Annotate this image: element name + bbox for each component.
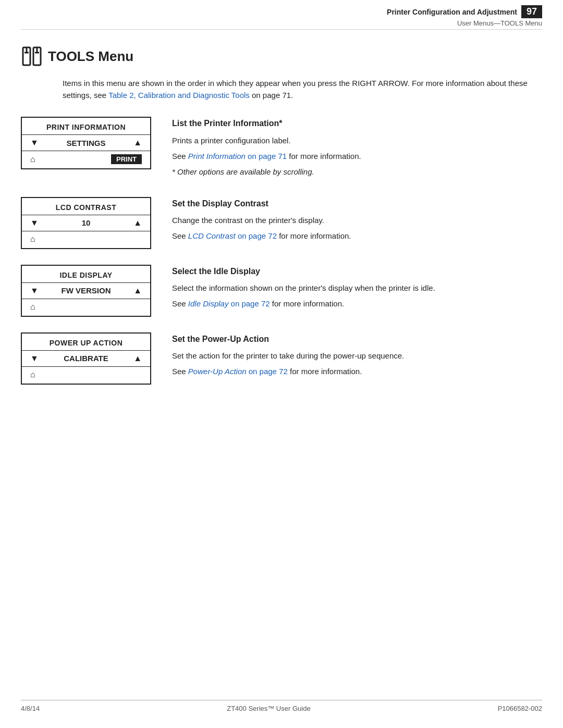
home-icon-idle-display[interactable]: ⌂	[30, 302, 35, 312]
lcd-value-idle-display: FW VERSION	[39, 286, 133, 295]
intro-link1[interactable]: Table 2, Calibration and Diagnostic Tool…	[108, 91, 250, 100]
desc-power-up-action: Set the Power-Up Action Set the action f…	[172, 332, 542, 381]
arrow-down-power-up-action[interactable]: ▼	[30, 354, 39, 363]
page-number: 97	[521, 5, 542, 18]
lcd-title-lcd-contrast: LCD CONTRAST	[22, 198, 150, 215]
desc-line2-print-information: See Print Information on page 71 for mor…	[172, 150, 542, 163]
desc-idle-display: Select the Idle Display Select the infor…	[172, 265, 542, 314]
tools-icon	[21, 45, 43, 67]
desc-heading-lcd-contrast: Set the Display Contrast	[172, 197, 542, 211]
section-print-information: PRINT INFORMATION ▼ SETTINGS ▲ ⌂ PRINT L…	[21, 117, 542, 181]
header-subtitle: User Menus—TOOLS Menu	[457, 19, 542, 27]
lcd-middle-power-up-action: ▼ CALIBRATE ▲	[22, 350, 150, 367]
desc-line1-idle-display: Select the information shown on the prin…	[172, 282, 542, 294]
page-header: Printer Configuration and Adjustment 97 …	[21, 0, 542, 30]
section-power-up-action: POWER UP ACTION ▼ CALIBRATE ▲ ⌂ Set the …	[21, 332, 542, 385]
home-icon-print-information[interactable]: ⌂	[30, 155, 35, 164]
section-idle-display: IDLE DISPLAY ▼ FW VERSION ▲ ⌂ Select the…	[21, 265, 542, 317]
desc-line2-lcd-contrast: See LCD Contrast on page 72 for more inf…	[172, 230, 542, 242]
arrow-up-lcd-contrast[interactable]: ▲	[133, 218, 142, 228]
lcd-middle-idle-display: ▼ FW VERSION ▲	[22, 282, 150, 299]
arrow-up-power-up-action[interactable]: ▲	[133, 354, 142, 363]
main-content: TOOLS Menu Items in this menu are shown …	[21, 30, 542, 385]
lcd-title-idle-display: IDLE DISPLAY	[22, 266, 150, 282]
home-icon-power-up-action[interactable]: ⌂	[30, 370, 35, 379]
lcd-middle-print-information: ▼ SETTINGS ▲	[22, 134, 150, 151]
desc-heading-power-up-action: Set the Power-Up Action	[172, 332, 542, 346]
lcd-middle-lcd-contrast: ▼ 10 ▲	[22, 215, 150, 231]
page-title: TOOLS Menu	[48, 48, 133, 65]
arrow-down-idle-display[interactable]: ▼	[30, 286, 39, 295]
intro-text2: on page 71.	[250, 91, 293, 100]
arrow-down-lcd-contrast[interactable]: ▼	[30, 218, 39, 228]
section-lcd-contrast: LCD CONTRAST ▼ 10 ▲ ⌂ Set the Display Co…	[21, 197, 542, 249]
lcd-bottom-print-information: ⌂ PRINT	[22, 151, 150, 168]
desc-heading-idle-display: Select the Idle Display	[172, 265, 542, 278]
arrow-up-print-information[interactable]: ▲	[133, 138, 142, 147]
desc-link-idle-display[interactable]: Idle Display on page 72	[188, 299, 270, 308]
lcd-box-print-information: PRINT INFORMATION ▼ SETTINGS ▲ ⌂ PRINT	[21, 117, 151, 169]
header-title-row: Printer Configuration and Adjustment 97	[387, 5, 542, 18]
intro-paragraph: Items in this menu are shown in the orde…	[63, 78, 542, 101]
desc-print-information: List the Printer Information* Prints a p…	[172, 117, 542, 181]
lcd-title-print-information: PRINT INFORMATION	[22, 118, 150, 134]
desc-line2-power-up-action: See Power-Up Action on page 72 for more …	[172, 365, 542, 378]
desc-link-lcd-contrast[interactable]: LCD Contrast on page 72	[188, 231, 277, 240]
home-icon-lcd-contrast[interactable]: ⌂	[30, 235, 35, 244]
desc-line1-print-information: Prints a printer configuration label.	[172, 134, 542, 147]
lcd-bottom-idle-display: ⌂	[22, 299, 150, 316]
lcd-value-power-up-action: CALIBRATE	[39, 354, 133, 363]
lcd-bottom-lcd-contrast: ⌂	[22, 231, 150, 248]
desc-line1-power-up-action: Set the action for the printer to take d…	[172, 350, 542, 362]
desc-lcd-contrast: Set the Display Contrast Change the cont…	[172, 197, 542, 246]
arrow-down-print-information[interactable]: ▼	[30, 138, 39, 147]
lcd-value-lcd-contrast: 10	[39, 218, 133, 227]
lcd-bottom-power-up-action: ⌂	[22, 367, 150, 384]
desc-note-print-information: * Other options are available by scrolli…	[172, 166, 542, 178]
header-section-title: Printer Configuration and Adjustment	[387, 8, 517, 16]
lcd-title-power-up-action: POWER UP ACTION	[22, 334, 150, 350]
desc-link-power-up-action[interactable]: Power-Up Action on page 72	[188, 367, 288, 376]
header-right: Printer Configuration and Adjustment 97 …	[387, 5, 542, 27]
desc-line2-idle-display: See Idle Display on page 72 for more inf…	[172, 298, 542, 310]
page-footer: 4/8/14 ZT400 Series™ User Guide P1066582…	[21, 700, 542, 712]
lcd-box-idle-display: IDLE DISPLAY ▼ FW VERSION ▲ ⌂	[21, 265, 151, 317]
footer-center: ZT400 Series™ User Guide	[227, 705, 310, 712]
lcd-box-power-up-action: POWER UP ACTION ▼ CALIBRATE ▲ ⌂	[21, 332, 151, 385]
header-left	[21, 5, 387, 27]
desc-link-print-information[interactable]: Print Information on page 71	[188, 152, 287, 161]
lcd-value-print-information: SETTINGS	[39, 139, 133, 147]
lcd-box-lcd-contrast: LCD CONTRAST ▼ 10 ▲ ⌂	[21, 197, 151, 249]
desc-line1-lcd-contrast: Change the contrast on the printer's dis…	[172, 214, 542, 227]
arrow-up-idle-display[interactable]: ▲	[133, 286, 142, 295]
footer-right: P1066582-002	[498, 705, 542, 712]
footer-left: 4/8/14	[21, 705, 40, 712]
desc-heading-print-information: List the Printer Information*	[172, 117, 542, 130]
print-button[interactable]: PRINT	[111, 154, 142, 164]
page-title-section: TOOLS Menu	[21, 45, 542, 67]
